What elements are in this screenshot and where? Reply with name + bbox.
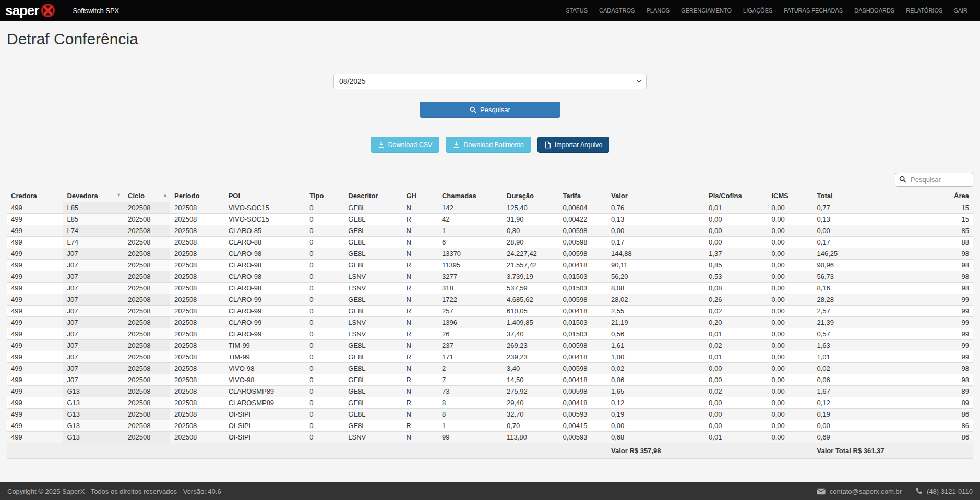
cell-poi: CLARO-98 xyxy=(224,283,306,294)
cell-credora: 499 xyxy=(7,317,63,328)
totals-spacer xyxy=(936,443,973,459)
cell-tarifa: 0,00598 xyxy=(558,386,607,397)
nav-item-planos[interactable]: PLANOS xyxy=(640,7,675,14)
filter-area: 08/2025 Pesquisar Download CSV xyxy=(7,55,973,153)
nav-menu: STATUSCADASTROSPLANOSGERENCIAMENTOLIGAÇÕ… xyxy=(560,7,967,14)
cell-area: 89 xyxy=(936,386,973,397)
cell-tipo: 0 xyxy=(305,248,344,260)
nav-item-relatorios[interactable]: RELATÓRIOS xyxy=(900,7,948,14)
cell-ciclo: 202508 xyxy=(124,397,170,409)
cell-valor: 144,88 xyxy=(607,248,704,260)
col-header-gh[interactable]: GH xyxy=(402,190,438,202)
cell-ciclo: 202508 xyxy=(124,283,170,294)
cell-tarifa: 0,00593 xyxy=(558,432,607,443)
table-search-input[interactable] xyxy=(895,173,973,187)
cell-devedora: G13 xyxy=(63,397,124,409)
cell-total: 0,19 xyxy=(812,409,935,420)
cell-icms: 0,00 xyxy=(767,248,812,260)
cell-pis-cofins: 0,00 xyxy=(704,397,767,409)
download-batimento-button[interactable]: Download Batimento xyxy=(446,137,531,153)
col-header-ciclo[interactable]: Ciclo▲ xyxy=(124,190,170,202)
cell-gh: R xyxy=(402,420,438,432)
cell-devedora: J07 xyxy=(63,328,124,340)
col-header-pis-cofins[interactable]: Pis/Cofins xyxy=(704,190,767,202)
cell-tarifa: 0,00418 xyxy=(558,374,607,386)
col-header-credora[interactable]: Credora xyxy=(7,190,63,202)
cell-chamadas: 6 xyxy=(438,237,503,248)
cell-tipo: 0 xyxy=(305,283,344,294)
nav-item-dashboards[interactable]: DASHBOARDS xyxy=(848,7,900,14)
cell-descritor: LSNV xyxy=(344,271,402,283)
cell-total: 0,02 xyxy=(812,363,935,374)
download-csv-button[interactable]: Download CSV xyxy=(371,137,440,153)
cell-tipo: 0 xyxy=(305,432,344,443)
cell-chamadas: 171 xyxy=(438,351,503,363)
cell-poi: VIVO-98 xyxy=(224,363,306,374)
cell-poi: CLARO-99 xyxy=(224,306,306,317)
footer-phone-text: (48) 3121-0110 xyxy=(927,487,973,495)
cell-area: 98 xyxy=(936,271,973,283)
col-header-poi[interactable]: POI xyxy=(224,190,306,202)
cell-total: 2,57 xyxy=(812,306,935,317)
nav-item-sair[interactable]: SAIR xyxy=(948,7,967,14)
col-header-duracao[interactable]: Duração xyxy=(503,190,558,202)
col-header-periodo[interactable]: Período xyxy=(170,190,224,202)
cell-pis-cofins: 0,00 xyxy=(704,420,767,432)
cell-ciclo: 202508 xyxy=(124,317,170,328)
cell-valor: 28,02 xyxy=(607,294,704,306)
footer-phone: (48) 3121-0110 xyxy=(915,487,973,495)
cell-area: 99 xyxy=(936,328,973,340)
cell-icms: 0,00 xyxy=(767,432,812,443)
cell-tipo: 0 xyxy=(305,237,344,248)
nav-item-faturas-fechadas[interactable]: FATURAS FECHADAS xyxy=(778,7,848,14)
cell-devedora: J07 xyxy=(63,374,124,386)
brand-logo-text[interactable]: saper xyxy=(5,0,39,21)
cell-credora: 499 xyxy=(7,340,63,351)
cell-chamadas: 1 xyxy=(438,420,503,432)
cell-valor: 0,00 xyxy=(607,420,704,432)
period-select[interactable]: 08/2025 xyxy=(333,74,647,89)
totals-valor: Valor R$ 357,98 xyxy=(607,443,704,459)
import-file-button[interactable]: Importar Arquivo xyxy=(537,137,610,153)
nav-item-ligacoes[interactable]: LIGAÇÕES xyxy=(737,7,778,14)
cell-poi: CLARO-99 xyxy=(224,294,306,306)
cell-periodo: 202508 xyxy=(170,306,224,317)
cell-valor: 21,19 xyxy=(607,317,704,328)
cell-chamadas: 8 xyxy=(438,409,503,420)
cell-gh: R xyxy=(402,260,438,271)
col-header-tarifa[interactable]: Tarifa xyxy=(558,190,607,202)
cell-pis-cofins: 0,01 xyxy=(704,202,767,214)
cell-devedora: J07 xyxy=(63,271,124,283)
copyright-text: Copyright © 2025 SaperX - Todos os direi… xyxy=(7,487,221,495)
col-header-descritor[interactable]: Descritor xyxy=(344,190,402,202)
cell-periodo: 202508 xyxy=(170,340,224,351)
cell-pis-cofins: 0,53 xyxy=(704,271,767,283)
cell-descritor: GE8L xyxy=(344,386,402,397)
nav-item-cadastros[interactable]: CADASTROS xyxy=(593,7,640,14)
cell-total: 146,25 xyxy=(812,248,935,260)
col-header-devedora[interactable]: Devedora▼ xyxy=(63,190,124,202)
cell-tarifa: 0,01503 xyxy=(558,283,607,294)
col-header-chamadas[interactable]: Chamadas xyxy=(438,190,503,202)
nav-item-status[interactable]: STATUS xyxy=(560,7,593,14)
col-header-valor[interactable]: Valor xyxy=(607,190,704,202)
cell-descritor: GE8L xyxy=(344,420,402,432)
cell-valor: 0,17 xyxy=(607,237,704,248)
cell-ciclo: 202508 xyxy=(124,248,170,260)
col-header-area[interactable]: Área xyxy=(936,190,973,202)
nav-item-gerenciamento[interactable]: GERENCIAMENTO xyxy=(675,7,737,14)
col-header-total[interactable]: Total xyxy=(812,190,935,202)
cell-periodo: 202508 xyxy=(170,271,224,283)
cell-descritor: GE8L xyxy=(344,248,402,260)
cell-total: 1,67 xyxy=(812,386,935,397)
cell-credora: 499 xyxy=(7,328,63,340)
cell-descritor: GE8L xyxy=(344,237,402,248)
table-row: 499G13202508202508OI-SIPI0LSNVN99113,800… xyxy=(7,432,973,443)
cell-periodo: 202508 xyxy=(170,328,224,340)
search-button[interactable]: Pesquisar xyxy=(420,102,560,118)
cell-total: 0,69 xyxy=(812,432,935,443)
col-header-icms[interactable]: ICMS xyxy=(767,190,812,202)
cell-duracao: 4.685,62 xyxy=(503,294,558,306)
col-header-tipo[interactable]: Tipo xyxy=(305,190,344,202)
search-button-label: Pesquisar xyxy=(480,106,510,114)
